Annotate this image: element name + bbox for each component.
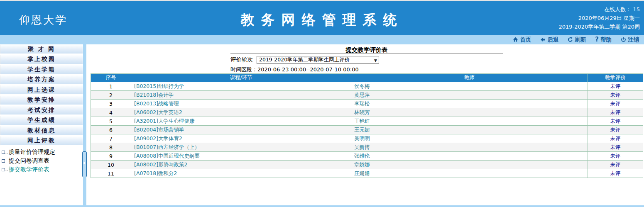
course-link[interactable]: [A09002]大学体育2 (134, 135, 182, 141)
row-number-cell: 7 (91, 134, 131, 143)
course-link[interactable]: [A06002]大学英语2 (134, 109, 182, 115)
course-cell: [B02015]组织行为学 (131, 82, 351, 91)
nav-item-logout[interactable]: 注销 (621, 36, 639, 44)
sidebar-menu-item-label: 教学安排 (27, 96, 56, 104)
sidebar-menu-item[interactable]: 培养方案 (0, 75, 83, 85)
help-icon: ? (595, 37, 599, 42)
sidebar-menu-item[interactable]: 考试安排 (0, 105, 83, 115)
course-cell: [B21018]会计学 (131, 91, 351, 100)
sidebar-menu-item[interactable]: 聚 才 网 (0, 44, 83, 54)
course-cell: [B01007]西方经济学（上） (131, 143, 351, 152)
teacher-cell: 吴明明 (351, 134, 588, 143)
teacher-cell: 李瑞松 (351, 100, 588, 108)
tree-node-square-icon (2, 168, 5, 171)
teacher-cell: 庄姗姗 (351, 169, 588, 178)
status-cell: 未评 (588, 143, 643, 152)
teacher-cell: 王艳红 (351, 117, 588, 126)
sidebar-menu-item[interactable]: 网上评教 (0, 136, 83, 146)
table-row: 3 [B02013]战略管理 李瑞松 未评 (91, 100, 643, 108)
header-status-block: 在线人数： 15 2020年06月29日 星期一 2019-2020学年第二学期… (558, 5, 640, 31)
status-cell: 未评 (588, 82, 643, 91)
sidebar-submenu-item[interactable]: 提交问卷调查表 (2, 157, 83, 166)
sidebar-menu-item[interactable]: 教学安排 (0, 95, 83, 105)
nav-item-label: 后退 (547, 36, 558, 44)
sidebar-menu-item[interactable]: 学生成绩 (0, 116, 83, 125)
course-link[interactable]: [B02015]组织行为学 (134, 83, 184, 89)
course-link[interactable]: [A07018]微积分2 (134, 170, 177, 176)
teacher-cell: 侯冬梅 (351, 82, 588, 91)
tree-connector (5, 160, 8, 162)
time-period-value: 2020-06-23 00:00--2020-07-10 00:00 (257, 66, 359, 73)
sidebar-menu-item-label: 学生学籍 (27, 66, 56, 73)
status-cell: 未评 (588, 91, 643, 100)
evaluation-round-label: 评价轮次 (230, 56, 253, 63)
row-number-cell: 4 (91, 108, 131, 117)
course-link[interactable]: [A08008]中国近现代史纲要 (134, 153, 200, 159)
teacher-cell: 章娇娜 (351, 161, 588, 169)
nav-item-help[interactable]: ? 帮助 (595, 36, 612, 44)
course-link[interactable]: [B02013]战略管理 (134, 100, 179, 107)
sidebar-menu-item[interactable]: 学生学籍 (0, 65, 83, 74)
evaluation-table-body: 1 [B02015]组织行为学 侯冬梅 未评 2 [B21018]会计学 黄思萍… (91, 82, 643, 178)
sidebar-menu-item-label: 培养方案 (27, 76, 56, 83)
title-divider (230, 53, 503, 54)
status-cell: 未评 (588, 152, 643, 161)
semester-line: 2019-2020学年第二学期 第20周 (558, 22, 640, 31)
main-content: 提交教学评价表 评价轮次 2019-2020学年第二学期学生网上评价 时间区段：… (91, 44, 644, 205)
teacher-cell: 王元媚 (351, 126, 588, 134)
course-link[interactable]: [B01007]西方经济学（上） (134, 144, 200, 150)
sidebar-submenu-item[interactable]: 质量评价管理规定 (2, 148, 83, 157)
course-cell: [B02004]市场营销学 (131, 126, 351, 134)
home-icon (513, 37, 518, 42)
teacher-cell: 林晓芳 (351, 108, 588, 117)
sidebar-menu-item-label: 学生成绩 (27, 117, 56, 124)
row-number-cell: 8 (91, 143, 131, 152)
nav-item-label: 首页 (520, 36, 531, 44)
app-header: 仰恩大学 教务网络管理系统 在线人数： 15 2020年06月29日 星期一 2… (0, 1, 644, 35)
system-title: 教务网络管理系统 (0, 11, 644, 29)
page: 仰恩大学 教务网络管理系统 在线人数： 15 2020年06月29日 星期一 2… (0, 0, 644, 207)
course-link[interactable]: [B02004]市场营销学 (134, 127, 184, 133)
course-link[interactable]: [A08002]形势与政策2 (134, 161, 188, 168)
status-cell: 未评 (588, 100, 643, 108)
evaluation-round-selected-value: 2019-2020学年第二学期学生网上评价 (259, 56, 350, 63)
row-number-cell: 9 (91, 152, 131, 161)
teacher-cell: 黄思萍 (351, 91, 588, 100)
nav-item-label: 注销 (628, 36, 639, 44)
sidebar-menu-item[interactable]: 教材信息 (0, 126, 83, 135)
row-number-cell: 10 (91, 161, 131, 169)
sidebar-collapse-handle[interactable] (82, 151, 87, 177)
sidebar-menu-item-label: 网上评教 (27, 137, 56, 144)
course-cell: [A06002]大学英语2 (131, 108, 351, 117)
sidebar-menu-item-label: 掌上校园 (27, 56, 56, 63)
status-cell: 未评 (588, 108, 643, 117)
online-count-label: 在线人数： (604, 6, 631, 12)
evaluation-round-select[interactable]: 2019-2020学年第二学期学生网上评价 (257, 56, 379, 64)
status-cell: 未评 (588, 117, 643, 126)
sidebar-menu-item[interactable]: 掌上校园 (0, 55, 83, 64)
course-cell: [A08002]形势与政策2 (131, 161, 351, 169)
table-row: 7 [A09002]大学体育2 吴明明 未评 (91, 134, 643, 143)
nav-item-back[interactable]: 后退 (540, 36, 558, 44)
col-header-teacher: 教师 (351, 74, 588, 82)
evaluation-table-head: 序号 课程/环节 教师 教学评价 (91, 74, 643, 82)
course-cell: [A07018]微积分2 (131, 169, 351, 178)
nav-item-refresh[interactable]: 刷新 (568, 36, 586, 44)
row-number-cell: 3 (91, 100, 131, 108)
sidebar-menu-item-label: 网上选课 (27, 86, 56, 94)
table-row: 5 [A32001]大学生心理健康 王艳红 未评 (91, 117, 643, 126)
table-row: 1 [B02015]组织行为学 侯冬梅 未评 (91, 82, 643, 91)
sidebar-submenu-item-label: 提交教学评价表 (9, 166, 49, 173)
online-count-line: 在线人数： 15 (558, 5, 640, 14)
bottom-edge-strip (0, 205, 644, 207)
nav-item-label: 帮助 (600, 36, 612, 44)
table-row: 4 [A06002]大学英语2 林晓芳 未评 (91, 108, 643, 117)
sidebar-menu-item[interactable]: 网上选课 (0, 85, 83, 95)
course-link[interactable]: [A32001]大学生心理健康 (134, 118, 195, 124)
sidebar-submenu-item-label: 质量评价管理规定 (9, 149, 55, 156)
sidebar-submenu-item[interactable]: 提交教学评价表 (2, 166, 83, 174)
course-cell: [A32001]大学生心理健康 (131, 117, 351, 126)
course-link[interactable]: [B21018]会计学 (134, 92, 174, 98)
nav-item-home[interactable]: 首页 (513, 36, 531, 44)
col-header-course: 课程/环节 (131, 74, 351, 82)
